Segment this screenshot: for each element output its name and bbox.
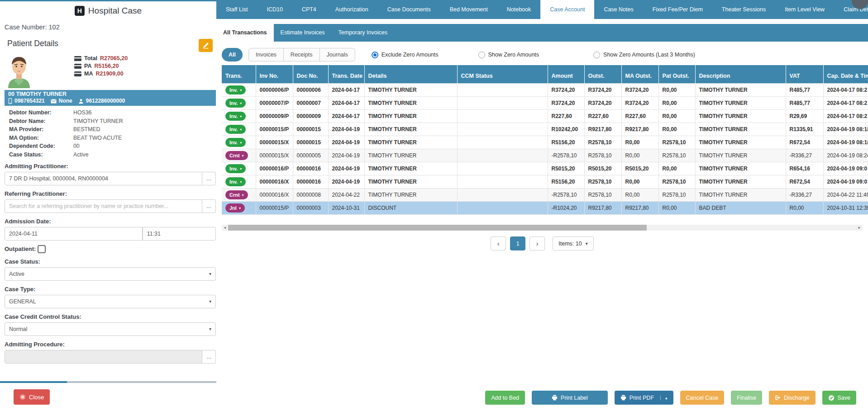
tab-case-notes[interactable]: Case Notes bbox=[594, 0, 643, 19]
chevron-up-icon[interactable]: ▴ bbox=[660, 396, 668, 400]
admission-time-input[interactable] bbox=[143, 227, 216, 241]
table-row[interactable]: Crnt▾00000015/X000000052024-04-19TIMOTHY… bbox=[222, 149, 868, 162]
table-row[interactable]: Crnt▾00000016/X000000082024-04-22TIMOTHY… bbox=[222, 189, 868, 202]
trans-type-pill[interactable]: Inv.▾ bbox=[225, 112, 246, 121]
cell-outst: R2578,10 bbox=[584, 189, 621, 202]
cell-trans: Inv.▾ bbox=[222, 175, 256, 189]
cell-outst: R5015,20 bbox=[584, 162, 621, 175]
case-status-select[interactable]: Active ▾ bbox=[5, 267, 216, 281]
admitting-practitioner-more-button[interactable]: ... bbox=[202, 172, 216, 185]
button-label: Add to Bed bbox=[491, 395, 519, 401]
admitting-procedure-more-button[interactable]: ... bbox=[202, 350, 216, 364]
table-row[interactable]: Inv.▾00000015/P000000152024-04-19TIMOTHY… bbox=[222, 123, 868, 136]
trans-type-pill[interactable]: Crnt▾ bbox=[225, 190, 248, 199]
tab-icd10[interactable]: ICD10 bbox=[257, 0, 292, 19]
tab-authorization[interactable]: Authorization bbox=[326, 0, 378, 19]
scroll-right-arrow-icon[interactable]: ▸ bbox=[856, 225, 863, 231]
edit-patient-button[interactable] bbox=[199, 39, 213, 52]
tab-case-account[interactable]: Case Account bbox=[540, 0, 594, 19]
table-row[interactable]: Inv.▾00000007/P000000072024-04-17TIMOTHY… bbox=[222, 97, 868, 110]
cancel-case-button[interactable]: Cancel Case bbox=[680, 391, 725, 405]
admission-date-input[interactable] bbox=[5, 227, 143, 241]
previous-page-button[interactable]: ‹ bbox=[491, 236, 506, 250]
button-label: Print PDF bbox=[630, 395, 654, 401]
subtab-temporary-invoices[interactable]: Temporary Invoices bbox=[332, 24, 394, 42]
cell-cap-date: 2024-04-17 08:2 bbox=[823, 110, 868, 123]
print-label-button[interactable]: Print Label bbox=[532, 391, 608, 405]
cell-details: TIMOTHY TURNER bbox=[364, 123, 457, 136]
hospital-logo-icon: H bbox=[75, 6, 85, 16]
trans-type-pill[interactable]: Inv.▾ bbox=[225, 177, 246, 186]
cell-amount: R3724,20 bbox=[548, 97, 584, 110]
add-to-bed-button[interactable]: Add to Bed bbox=[485, 391, 525, 405]
filter-journals[interactable]: Journals bbox=[320, 48, 355, 61]
referring-practitioner-more-button[interactable]: ... bbox=[202, 199, 216, 213]
radio-show-zero-amounts-last-3-months[interactable]: Show Zero Amounts (Last 3 Months) bbox=[593, 52, 695, 58]
trans-type-pill[interactable]: Inv.▾ bbox=[225, 85, 246, 94]
admission-date-label: Admission Date: bbox=[5, 218, 216, 225]
case-type-value: GENERAL bbox=[9, 298, 36, 305]
table-row[interactable]: Inv.▾00000009/P000000092024-04-17TIMOTHY… bbox=[222, 110, 868, 123]
tab-cpt4[interactable]: CPT4 bbox=[292, 0, 326, 19]
check-icon bbox=[828, 395, 835, 401]
cell-trans: Inv.▾ bbox=[222, 162, 256, 175]
table-row[interactable]: Inv.▾00000006/P000000062024-04-17TIMOTHY… bbox=[222, 84, 868, 97]
filter-receipts[interactable]: Receipts bbox=[284, 48, 320, 61]
radio-show-zero-amounts[interactable]: Show Zero Amounts bbox=[478, 52, 539, 58]
cell-doc-no: 00000008 bbox=[293, 189, 328, 202]
scroll-left-arrow-icon[interactable]: ◂ bbox=[222, 225, 228, 231]
cell-pat-outst: R2578,10 bbox=[658, 189, 695, 202]
discharge-button[interactable]: Discharge bbox=[769, 391, 815, 405]
table-row[interactable]: Inv.▾00000016/X000000162024-04-19TIMOTHY… bbox=[222, 175, 868, 189]
filter-invoices[interactable]: Invoices bbox=[248, 48, 284, 61]
filter-all[interactable]: All bbox=[222, 48, 243, 61]
scrollbar-thumb[interactable] bbox=[228, 225, 647, 231]
close-button[interactable]: Close bbox=[14, 389, 50, 405]
cell-trans: Inv.▾ bbox=[222, 84, 256, 97]
tab-item-level-view[interactable]: Item Level View bbox=[775, 0, 834, 19]
tab-theater-sessions[interactable]: Theater Sessions bbox=[712, 0, 775, 19]
tab-fixed-fee-per-diem[interactable]: Fixed Fee/Per Diem bbox=[643, 0, 712, 19]
trans-type-label: Inv. bbox=[229, 166, 238, 171]
trans-type-pill[interactable]: Crnt▾ bbox=[225, 151, 248, 160]
finalise-button[interactable]: Finalise bbox=[731, 391, 762, 405]
save-button[interactable]: Save bbox=[822, 391, 857, 405]
horizontal-scrollbar[interactable]: ◂ ▸ bbox=[222, 225, 863, 231]
tab-staff-list[interactable]: Staff List bbox=[216, 0, 257, 19]
debtor-details: Debtor Number:HOS36Debtor Name:TIMOTHY T… bbox=[9, 109, 216, 158]
cell-cap-date: 2024-04-17 08:2 bbox=[823, 84, 868, 97]
cell-trans-date: 2024-04-22 bbox=[328, 189, 364, 202]
tab-bed-movement[interactable]: Bed Movement bbox=[440, 0, 497, 19]
referring-practitioner-label: Referring Practitioner: bbox=[5, 190, 216, 197]
referring-practitioner-input[interactable] bbox=[5, 199, 202, 213]
outpatient-checkbox[interactable] bbox=[38, 245, 46, 253]
table-row[interactable]: Inv.▾00000015/X000000152024-04-19TIMOTHY… bbox=[222, 136, 868, 149]
trans-type-pill[interactable]: Jnl▾ bbox=[225, 203, 245, 213]
cell-outst: R3724,20 bbox=[584, 97, 621, 110]
trans-type-pill[interactable]: Inv.▾ bbox=[225, 99, 246, 108]
tab-notebook[interactable]: Notebook bbox=[497, 0, 541, 19]
cell-inv-no: 00000015/X bbox=[256, 136, 293, 149]
table-row[interactable]: Inv.▾00000016/P000000162024-04-19TIMOTHY… bbox=[222, 162, 868, 175]
col-vat: VAT bbox=[786, 65, 823, 84]
next-page-button[interactable]: › bbox=[529, 236, 545, 250]
trans-type-pill[interactable]: Inv.▾ bbox=[225, 125, 246, 134]
trans-type-pill[interactable]: Inv.▾ bbox=[225, 164, 246, 173]
admitting-practitioner-input[interactable] bbox=[5, 172, 202, 185]
cell-description: TIMOTHY TURNER bbox=[695, 175, 786, 189]
trans-type-pill[interactable]: Inv.▾ bbox=[225, 138, 246, 147]
admitting-procedure-input[interactable] bbox=[5, 350, 202, 364]
subtab-all-transactions[interactable]: All Transactions bbox=[216, 24, 274, 42]
cell-description: TIMOTHY TURNER bbox=[695, 162, 786, 175]
page-1-button[interactable]: 1 bbox=[510, 236, 525, 250]
table-row[interactable]: Jnl▾00000015/P000000032024-10-31DISCOUNT… bbox=[222, 202, 868, 215]
items-per-page-select[interactable]: Items: 10 ▾ bbox=[553, 236, 593, 250]
case-type-select[interactable]: GENERAL ▾ bbox=[5, 295, 216, 308]
case-credit-control-select[interactable]: Normal ▾ bbox=[5, 322, 216, 336]
main-content: Staff ListICD10CPT4AuthorizationCase Doc… bbox=[216, 0, 868, 411]
subtab-estimate-invoices[interactable]: Estimate Invoices bbox=[274, 24, 332, 42]
print-pdf-button[interactable]: Print PDF▴ bbox=[615, 391, 673, 405]
radio-exclude-zero-amounts[interactable]: Exclude Zero Amounts bbox=[372, 52, 439, 58]
cell-details: TIMOTHY TURNER bbox=[364, 136, 457, 149]
tab-case-documents[interactable]: Case Documents bbox=[378, 0, 440, 19]
